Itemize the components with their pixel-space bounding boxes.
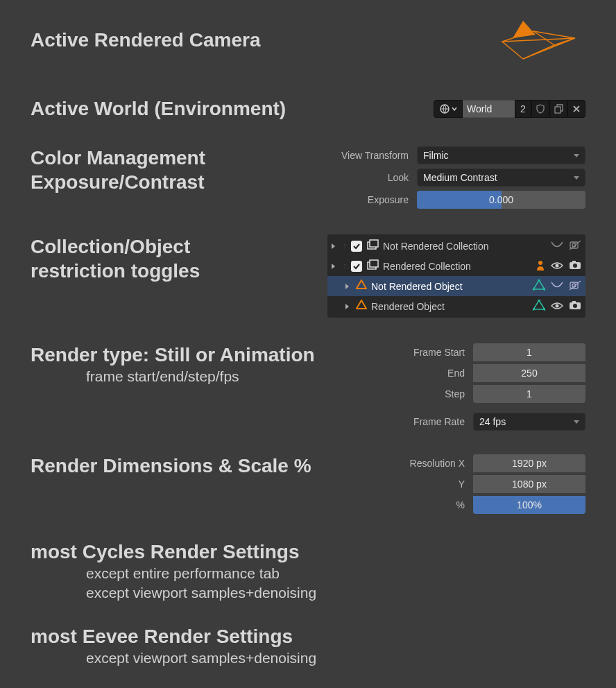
rendertype-sub: frame start/end/step/fps [86,367,384,386]
section-color-management: Color Management Exposure/Contrast View … [31,146,585,209]
frame-start-field[interactable]: 1 [473,343,585,361]
view-transform-dropdown[interactable]: Filmic [417,146,585,164]
disclosure-icon[interactable] [345,284,349,289]
frame-rate-label: Frame Rate [384,416,468,427]
mesh-object-icon [356,280,367,293]
rendertype-heading: Render type: Still or Animation [31,343,384,367]
section-cycles: most Cycles Render Settings except entir… [31,540,585,603]
person-icon[interactable] [536,260,545,273]
world-fake-user-button[interactable] [531,100,549,118]
world-users-count[interactable]: 2 [515,100,531,118]
world-name-field[interactable]: World [463,100,515,118]
collection-icon [366,259,379,273]
frame-rate-dropdown[interactable]: 24 fps [473,413,585,431]
section-eevee: most Eevee Render Settings except viewpo… [31,624,585,668]
section-restriction: Collection/Object restriction toggles ⋮ … [31,234,585,318]
svg-rect-4 [370,240,378,247]
eye-icon[interactable] [551,261,563,272]
camera-render-icon[interactable] [569,260,581,272]
disclosure-icon[interactable] [345,304,349,309]
hierarchy-dots: ⋮ [342,243,347,249]
frame-start-label: Frame Start [384,347,468,358]
frame-step-label: Step [384,388,468,399]
world-heading: Active World (Environment) [31,96,434,121]
disclosure-icon[interactable] [332,264,335,269]
disclosure-icon[interactable] [332,243,335,249]
res-pct-field[interactable]: 100% [473,496,585,514]
exposure-label: Exposure [322,194,411,205]
res-x-value: 1920 px [512,458,547,469]
svg-marker-0 [513,21,536,38]
restriction-heading-1: Collection/Object [31,234,327,259]
outliner-item-name: Not Rendered Collection [383,241,489,252]
res-y-field[interactable]: 1080 px [473,475,585,493]
res-y-label: Y [384,479,468,490]
frame-end-value: 250 [521,368,537,379]
outliner-row-collection[interactable]: ⋮ Not Rendered Collection [327,236,585,256]
dimensions-heading: Render Dimensions & Scale % [31,454,384,478]
res-x-field[interactable]: 1920 px [473,454,585,472]
eevee-sub-1: except viewport samples+denoising [86,648,585,668]
colormgmt-heading-2: Exposure/Contrast [31,170,322,194]
res-pct-value: 100% [517,499,542,510]
exposure-value: 0.000 [489,194,513,205]
mesh-data-icon[interactable] [533,280,545,293]
world-new-button[interactable] [549,100,567,118]
world-browse-button[interactable] [434,100,463,118]
section-world: Active World (Environment) World 2 [31,96,585,121]
collection-enable-checkbox[interactable] [351,241,362,252]
collection-enable-checkbox[interactable] [351,261,362,272]
outliner-row-object[interactable]: Rendered Object [327,296,585,316]
outliner-item-name: Not Rendered Object [371,281,463,292]
eye-icon[interactable] [551,301,563,312]
duplicate-icon [554,104,563,114]
shield-icon [536,104,545,114]
res-pct-label: % [384,499,468,510]
world-unlink-button[interactable] [567,100,585,118]
outliner-item-name: Rendered Collection [383,261,471,272]
look-label: Look [322,172,411,183]
svg-point-24 [573,304,577,308]
outliner-row-object[interactable]: Not Rendered Object [327,276,585,296]
close-icon [572,105,581,113]
svg-point-12 [573,264,577,268]
world-selector[interactable]: World 2 [434,99,585,119]
disable-render-icon[interactable] [569,240,581,252]
frame-step-value: 1 [527,388,532,399]
frame-start-value: 1 [527,347,532,358]
collection-icon [366,239,379,253]
exposure-field[interactable]: 0.000 [417,191,585,209]
svg-rect-13 [572,261,576,263]
outliner-item-name: Rendered Object [371,301,445,312]
restriction-heading-2: restriction toggles [31,259,327,283]
outliner-panel: ⋮ Not Rendered Collection [327,234,585,318]
frame-end-label: End [384,368,468,379]
world-icon [439,103,450,114]
svg-point-10 [556,264,559,267]
svg-point-9 [538,261,542,265]
svg-rect-8 [370,260,378,267]
svg-rect-25 [572,301,576,303]
res-y-value: 1080 px [512,479,547,490]
chevron-down-icon [452,106,457,112]
arc-exclude-icon[interactable] [551,241,563,252]
outliner-row-collection[interactable]: ⋮ Rendered Collection [327,256,585,276]
section-dimensions: Render Dimensions & Scale % Resolution X… [31,454,585,515]
cycles-sub-2: except viewport samples+denoising [86,583,585,603]
section-render-type: Render type: Still or Animation frame st… [31,343,585,431]
camera-render-icon[interactable] [569,300,581,312]
frame-step-field[interactable]: 1 [473,385,585,403]
camera-icon [488,14,585,76]
mesh-data-icon[interactable] [533,300,545,313]
svg-rect-2 [555,107,561,113]
view-transform-label: View Transform [322,150,411,161]
camera-heading: Active Rendered Camera [31,28,488,52]
frame-end-field[interactable]: 250 [473,364,585,382]
look-dropdown[interactable]: Medium Contrast [417,169,585,187]
arc-exclude-icon[interactable] [551,281,563,292]
res-x-label: Resolution X [384,458,468,469]
eevee-heading: most Eevee Render Settings [31,624,585,648]
cycles-heading: most Cycles Render Settings [31,540,585,564]
disable-render-icon[interactable] [569,280,581,293]
section-camera: Active Rendered Camera [31,28,585,78]
